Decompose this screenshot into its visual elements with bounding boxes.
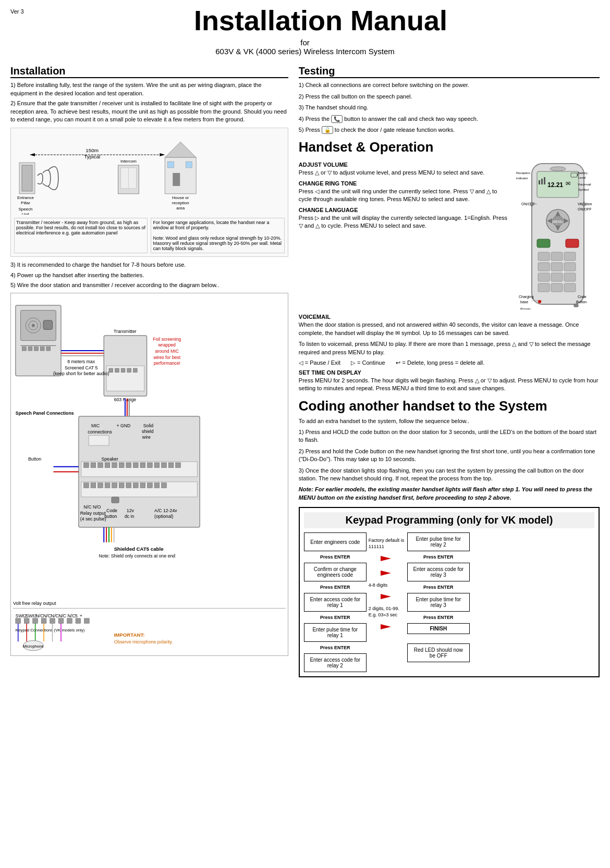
svg-rect-11	[186, 162, 192, 168]
coding-text1: To add an extra handset to the system, f…	[299, 417, 600, 425]
voicemail-section: VOICEMAIL When the door station is press…	[299, 314, 600, 366]
range-diagram-svg: 150m Typical Intercom Entrance Pillar	[14, 131, 285, 215]
kp-box-access-relay2: Enter access code for relay 2	[304, 653, 367, 672]
svg-text:Speech Panel Connections: Speech Panel Connections	[16, 411, 74, 416]
svg-rect-190	[574, 304, 578, 307]
testing-title: Testing	[299, 65, 600, 78]
svg-text:SWt3: SWt3	[26, 613, 36, 618]
kp-box-engineers-code: Enter engineers code	[304, 532, 367, 551]
svg-text:N/C: N/C	[51, 613, 59, 618]
svg-rect-177	[551, 273, 563, 281]
transmitter-note: Transmitter / receiver - Keep away from …	[14, 218, 148, 253]
svg-rect-30	[22, 346, 26, 351]
svg-text:Observe microphone polarity.: Observe microphone polarity.	[114, 639, 173, 644]
svg-rect-78	[154, 462, 160, 467]
svg-text:around MIC: around MIC	[155, 348, 179, 353]
svg-rect-33	[40, 346, 44, 351]
installation-steps: 1) Before installing fully, test the ran…	[10, 81, 288, 123]
svg-rect-126	[24, 618, 29, 623]
svg-rect-133	[84, 618, 90, 623]
svg-text:wire: wire	[142, 434, 151, 439]
svg-rect-178	[564, 273, 576, 281]
svg-rect-159	[583, 202, 585, 206]
svg-text:MIC: MIC	[91, 423, 100, 428]
two-col-layout: Installation 1) Before installing fully,…	[10, 60, 600, 677]
svg-text:(keep short for better audio): (keep short for better audio)	[53, 371, 109, 376]
svg-rect-79	[162, 462, 167, 467]
svg-rect-173	[538, 263, 550, 271]
svg-marker-198	[381, 571, 391, 576]
symbol-delete: ↩ = Delete, long press = delete all.	[396, 359, 485, 366]
svg-text:Microphone: Microphone	[23, 643, 44, 648]
svg-rect-168	[537, 239, 550, 247]
svg-text:N/C: N/C	[36, 613, 44, 618]
kp-enter-2: Press ENTER	[320, 585, 350, 590]
svg-text:✉: ✉	[566, 180, 570, 187]
voicemail-heading: VOICEMAIL	[299, 314, 600, 320]
svg-text:Button: Button	[576, 300, 587, 304]
testing-step-4: 4) Press the 📞 button to answer the call…	[299, 115, 600, 123]
svg-rect-93	[162, 482, 167, 488]
svg-rect-34	[46, 346, 51, 351]
svg-text:Power: Power	[520, 307, 531, 309]
svg-text:(optional): (optional)	[154, 514, 173, 519]
svg-text:Note: Shield only connects at : Note: Shield only connects at one end	[99, 553, 176, 559]
subtitle-line1: for 603V & VK (4000 series) Wireless Int…	[10, 38, 600, 56]
svg-rect-75	[133, 462, 138, 467]
svg-rect-174	[551, 263, 563, 271]
svg-rect-152	[544, 177, 545, 184]
svg-marker-200	[381, 624, 391, 629]
svg-rect-42	[109, 368, 113, 372]
svg-text:Voicemail: Voicemail	[578, 183, 591, 186]
svg-text:Speech: Speech	[18, 207, 32, 212]
svg-rect-106	[112, 497, 119, 503]
svg-text:N/C: N/C	[68, 613, 76, 618]
svg-text:House or: House or	[172, 195, 189, 200]
wiring-diagram-svg: Transmitter 603 Range Foil screening wra…	[13, 295, 286, 598]
keypad-programming-section: Keypad Programming (only for VK model) E…	[299, 507, 600, 677]
svg-text:5: 5	[75, 613, 78, 618]
symbol-continue: ▷ = Continue	[351, 359, 385, 366]
svg-text:12.21: 12.21	[547, 181, 563, 189]
kp-box-confirm-engineers: Confirm or change engineers code	[304, 563, 367, 581]
adjust-vol-heading: ADJUST VOLUME	[299, 162, 511, 168]
svg-text:wrapped: wrapped	[158, 342, 176, 348]
svg-rect-76	[140, 462, 145, 467]
kp-box-red-led: Red LED should now be OFF	[407, 643, 470, 662]
svg-rect-150	[539, 180, 540, 184]
pause-label: = Pause / Exit	[305, 359, 340, 366]
set-time-heading: SET TIME ON DISPLAY	[299, 369, 600, 376]
svg-rect-131	[67, 618, 72, 623]
kp-box-pulse-relay3: Enter pulse time for relay 3	[407, 593, 470, 612]
svg-point-160	[550, 167, 566, 171]
svg-rect-43	[115, 368, 119, 372]
right-column: Testing 1) Check all connections are cor…	[299, 60, 600, 677]
coding-step-2: 2) Press and hold the Code button on the…	[299, 448, 600, 464]
svg-marker-197	[381, 556, 391, 561]
adjust-vol-text: Press △ or ▽ to adjust volume level, and…	[299, 169, 511, 177]
svg-rect-9	[173, 173, 180, 186]
svg-text:reception: reception	[172, 201, 189, 205]
keypad-flow-col2: Enter pulse time for relay 2 Press ENTER…	[407, 532, 470, 662]
kp-enter-5: Press ENTER	[423, 554, 454, 560]
subtitle-for: for	[300, 38, 310, 47]
install-step-2: 2) Ensure that the gate transmitter / re…	[10, 100, 288, 123]
svg-rect-85	[105, 482, 110, 488]
svg-text:connections: connections	[88, 429, 112, 434]
svg-rect-172	[564, 252, 576, 261]
svg-text:indicator: indicator	[516, 177, 528, 180]
svg-rect-181	[564, 283, 576, 292]
svg-rect-73	[119, 462, 124, 467]
svg-text:performance!: performance!	[154, 361, 180, 366]
keypad-svg: SWt2 SWt3 N/C N/C N/C N/C N/C 5 +	[13, 611, 286, 652]
svg-rect-77	[148, 462, 153, 467]
svg-rect-71	[105, 462, 110, 467]
testing-step-3: 3) The handset should ring.	[299, 104, 600, 111]
svg-text:150m: 150m	[86, 147, 99, 153]
svg-rect-74	[126, 462, 131, 467]
svg-text:Transmitter: Transmitter	[114, 329, 137, 334]
svg-rect-130	[58, 618, 64, 623]
svg-rect-1	[22, 165, 32, 191]
ring-tone-heading: CHANGE RING TONE	[299, 180, 511, 187]
svg-text:base: base	[520, 300, 528, 304]
